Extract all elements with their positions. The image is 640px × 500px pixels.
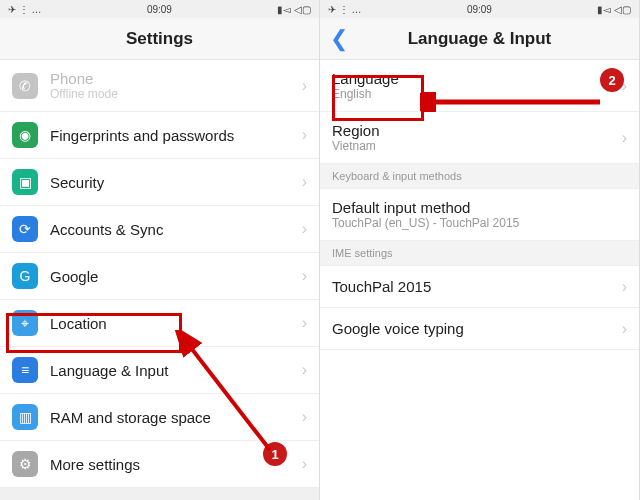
settings-row-phone[interactable]: ✆PhoneOffline mode› — [0, 60, 319, 112]
status-left-icons: ✈ ⋮ … — [8, 4, 42, 15]
language-title: Language & Input — [408, 29, 552, 49]
settings-row-location[interactable]: ⌖Location› — [0, 300, 319, 347]
row-label: Language — [332, 70, 622, 87]
chevron-right-icon: › — [622, 320, 627, 338]
settings-row-more[interactable]: ⚙More settings› — [0, 441, 319, 488]
row-label: Region — [332, 122, 622, 139]
storage-icon: ▥ — [12, 404, 38, 430]
status-left-icons: ✈ ⋮ … — [328, 4, 362, 15]
row-label: Default input method — [332, 199, 627, 216]
chevron-right-icon: › — [302, 408, 307, 426]
chevron-right-icon: › — [302, 314, 307, 332]
section-keyboard-methods: Keyboard & input methods — [320, 164, 639, 189]
back-button[interactable]: ❮ — [330, 26, 348, 52]
phone-icon: ✆ — [12, 73, 38, 99]
chevron-right-icon: › — [302, 455, 307, 473]
chevron-right-icon: › — [302, 220, 307, 238]
ime-row-1[interactable]: Google voice typing› — [320, 308, 639, 350]
shield-icon: ▣ — [12, 169, 38, 195]
status-bar-left: ✈ ⋮ … 09:09 ▮◅ ◁▢ — [0, 0, 319, 18]
status-time: 09:09 — [467, 4, 492, 15]
lang-row-0[interactable]: LanguageEnglish› — [320, 60, 639, 112]
sync-icon: ⟳ — [12, 216, 38, 242]
chevron-right-icon: › — [302, 173, 307, 191]
g-icon: G — [12, 263, 38, 289]
chevron-right-icon: › — [302, 267, 307, 285]
chevron-right-icon: › — [622, 77, 627, 95]
language-input-pane: ✈ ⋮ … 09:09 ▮◅ ◁▢ ❮ Language & Input Lan… — [320, 0, 640, 500]
row-label: Language & Input — [50, 362, 302, 379]
row-label: RAM and storage space — [50, 409, 302, 426]
settings-row-storage[interactable]: ▥RAM and storage space› — [0, 394, 319, 441]
more-icon: ⚙ — [12, 451, 38, 477]
chevron-right-icon: › — [302, 361, 307, 379]
lang-icon: ≡ — [12, 357, 38, 383]
location-icon: ⌖ — [12, 310, 38, 336]
row-label: Fingerprints and passwords — [50, 127, 302, 144]
settings-title: Settings — [126, 29, 193, 49]
row-sub: English — [332, 87, 622, 101]
settings-header: Settings — [0, 18, 319, 60]
lang-row-1[interactable]: RegionVietnam› — [320, 112, 639, 164]
settings-row-shield[interactable]: ▣Security› — [0, 159, 319, 206]
chevron-right-icon: › — [302, 77, 307, 95]
default-input-method-row[interactable]: Default input methodTouchPal (en_US) - T… — [320, 189, 639, 241]
row-label: Google — [50, 268, 302, 285]
settings-row-sync[interactable]: ⟳Accounts & Sync› — [0, 206, 319, 253]
chevron-right-icon: › — [622, 129, 627, 147]
fingerprint-icon: ◉ — [12, 122, 38, 148]
row-label: Accounts & Sync — [50, 221, 302, 238]
row-label: More settings — [50, 456, 302, 473]
row-sub: Offline mode — [50, 87, 302, 101]
status-right-icons: ▮◅ ◁▢ — [597, 4, 631, 15]
language-header: ❮ Language & Input — [320, 18, 639, 60]
row-label: Location — [50, 315, 302, 332]
row-label: Google voice typing — [332, 320, 622, 337]
settings-row-g[interactable]: GGoogle› — [0, 253, 319, 300]
settings-row-lang[interactable]: ≡Language & Input› — [0, 347, 319, 394]
settings-list[interactable]: ✆PhoneOffline mode›◉Fingerprints and pas… — [0, 60, 319, 500]
status-bar-right: ✈ ⋮ … 09:09 ▮◅ ◁▢ — [320, 0, 639, 18]
settings-row-fingerprint[interactable]: ◉Fingerprints and passwords› — [0, 112, 319, 159]
section-ime-settings: IME settings — [320, 241, 639, 266]
row-label: Phone — [50, 70, 302, 87]
row-sub: TouchPal (en_US) - TouchPal 2015 — [332, 216, 627, 230]
status-right-icons: ▮◅ ◁▢ — [277, 4, 311, 15]
ime-row-0[interactable]: TouchPal 2015› — [320, 266, 639, 308]
row-label: Security — [50, 174, 302, 191]
row-sub: Vietnam — [332, 139, 622, 153]
chevron-right-icon: › — [622, 278, 627, 296]
language-list[interactable]: LanguageEnglish›RegionVietnam›Keyboard &… — [320, 60, 639, 500]
row-label: TouchPal 2015 — [332, 278, 622, 295]
chevron-right-icon: › — [302, 126, 307, 144]
status-time: 09:09 — [147, 4, 172, 15]
settings-pane: ✈ ⋮ … 09:09 ▮◅ ◁▢ Settings ✆PhoneOffline… — [0, 0, 320, 500]
